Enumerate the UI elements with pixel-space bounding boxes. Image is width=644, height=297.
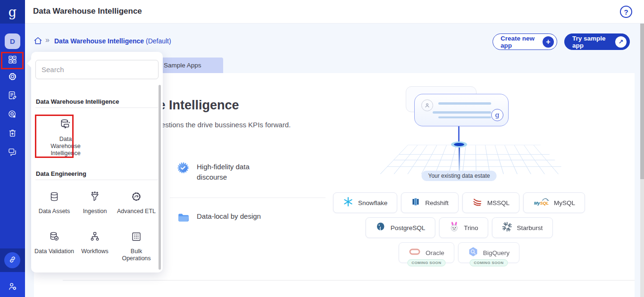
user-gear-icon — [8, 281, 17, 293]
verified-badge-icon — [177, 162, 189, 182]
mssql-icon — [472, 197, 483, 209]
skeleton-line — [438, 102, 491, 105]
top-header: Data Warehouse Intelligence ? — [25, 0, 644, 24]
starburst-icon — [502, 222, 512, 234]
home-icon — [33, 39, 42, 47]
popup-item-ingestion[interactable]: Ingestion — [75, 191, 115, 215]
sidebar-settings-button[interactable] — [0, 69, 25, 86]
chat-card-front: g — [414, 94, 509, 126]
sidebar-feedback-button[interactable] — [0, 144, 25, 161]
trino-bunny-icon — [449, 222, 459, 234]
coming-soon-badge: COMING SOON — [469, 259, 508, 266]
popup-scrollbar-thumb[interactable] — [159, 85, 161, 270]
connector-mysql: MySQL MySQL — [523, 192, 585, 213]
gear-icon — [131, 191, 142, 204]
feature-high-fidelity: High-fidelity data discourse — [177, 162, 281, 182]
apps-grid-icon — [8, 55, 17, 66]
brand-logo[interactable]: g — [0, 0, 25, 24]
sidebar-data-sync-button[interactable] — [0, 107, 25, 124]
database-sparkle-icon — [59, 118, 72, 132]
feature-data-local: Data-local by design — [177, 211, 281, 225]
workspace-avatar[interactable]: D — [5, 33, 20, 49]
section-divider — [63, 280, 635, 280]
oracle-icon — [409, 247, 421, 258]
skeleton-line — [438, 116, 491, 118]
popup-item-data-validation[interactable]: Data Validation — [34, 231, 74, 255]
sidebar-audit-button[interactable] — [0, 88, 25, 105]
create-new-app-button[interactable]: Create new app + — [493, 33, 557, 50]
search-input[interactable] — [35, 60, 159, 79]
connector-postgresql: PostgreSQL — [366, 217, 435, 238]
page-scrollbar-thumb[interactable] — [640, 24, 644, 179]
svg-text:MySQL: MySQL — [534, 201, 549, 206]
breadcrumb-chevron-icon: » — [45, 36, 50, 44]
question-mark-icon: ? — [624, 8, 628, 16]
connector-oracle: Oracle COMING SOON — [399, 242, 454, 263]
connector-bigquery: BigQuery COMING SOON — [458, 242, 519, 263]
assistant-logo-icon: g — [491, 109, 503, 121]
postgresql-icon — [376, 222, 386, 234]
estate-label: Your existing data estate — [422, 171, 497, 181]
popup-notch — [27, 59, 35, 67]
breadcrumb: Data Warehouse Intelligence (Default) — [54, 37, 171, 45]
connector-starburst: Starburst — [492, 217, 553, 238]
gear-icon — [8, 72, 17, 83]
snowflake-icon — [343, 197, 353, 209]
app-window: g D Data War — [0, 0, 644, 297]
mysql-icon: MySQL — [533, 197, 549, 209]
breadcrumb-home-button[interactable] — [33, 36, 42, 47]
popup-item-data-assets[interactable]: Data Assets — [34, 191, 74, 215]
arrow-up-right-icon: ↗ — [615, 36, 627, 48]
funnel-icon — [89, 191, 100, 204]
popup-section-title: Data Engineering — [36, 170, 86, 177]
breadcrumb-current: Data Warehouse Intelligence — [54, 37, 144, 45]
bigquery-icon — [468, 247, 478, 259]
coming-soon-badge: COMING SOON — [407, 259, 445, 266]
app-sidebar: g D — [0, 0, 25, 297]
chat-bubbles-icon — [8, 147, 17, 159]
popup-divider — [35, 107, 158, 108]
page-scrollbar-track[interactable] — [640, 24, 644, 297]
folder-icon — [177, 211, 189, 225]
grid-node-dot — [451, 141, 467, 148]
popup-item-workflows[interactable]: Workflows — [75, 231, 115, 255]
redshift-icon — [411, 197, 420, 209]
popup-item-bulk-operations[interactable]: Bulk Operations — [117, 231, 156, 262]
try-sample-app-button[interactable]: Try sample app ↗ — [564, 33, 630, 50]
apps-popup: Data Warehouse Intelligence Data Warehou… — [31, 52, 163, 272]
workflow-icon — [89, 231, 100, 244]
link-icon — [8, 255, 17, 266]
breadcrumb-default-tag: (Default) — [146, 37, 171, 45]
help-button[interactable]: ? — [620, 6, 632, 18]
plus-icon: + — [543, 36, 554, 48]
connector-trino: Trino — [439, 217, 488, 238]
page-title: Data Warehouse Intelligence — [33, 7, 142, 16]
sidebar-link-section — [0, 248, 25, 272]
popup-item-data-warehouse-intelligence[interactable]: Data Warehouse Intelligence — [46, 118, 85, 157]
connector-redshift: Redshift — [401, 192, 459, 213]
sidebar-apps-button[interactable] — [0, 52, 25, 69]
sidebar-trash-button[interactable] — [0, 125, 25, 142]
database-check-icon — [49, 231, 60, 244]
connector-line — [459, 148, 460, 171]
popup-divider — [35, 180, 158, 180]
popup-section-title: Data Warehouse Intelligence — [36, 98, 119, 105]
document-edit-icon — [8, 91, 17, 102]
feature-divider — [170, 198, 326, 198]
skeleton-line — [433, 111, 491, 114]
sidebar-user-settings-button[interactable] — [0, 279, 25, 296]
brand-logo-letter: g — [8, 5, 17, 19]
database-icon — [49, 191, 60, 204]
grid-dots-icon — [131, 231, 142, 244]
connector-snowflake: Snowflake — [333, 192, 397, 213]
trash-restore-icon — [8, 128, 17, 140]
perspective-grid — [380, 145, 568, 174]
tab-sample-apps[interactable]: Sample Apps — [157, 58, 223, 73]
popup-item-advanced-etl[interactable]: Advanced ETL — [117, 191, 156, 215]
connector-mssql: MSSQL — [462, 192, 519, 213]
data-sync-icon — [8, 109, 17, 121]
sidebar-admin-section — [0, 272, 25, 297]
sidebar-link-button[interactable] — [4, 252, 20, 268]
user-avatar-icon — [421, 99, 433, 111]
